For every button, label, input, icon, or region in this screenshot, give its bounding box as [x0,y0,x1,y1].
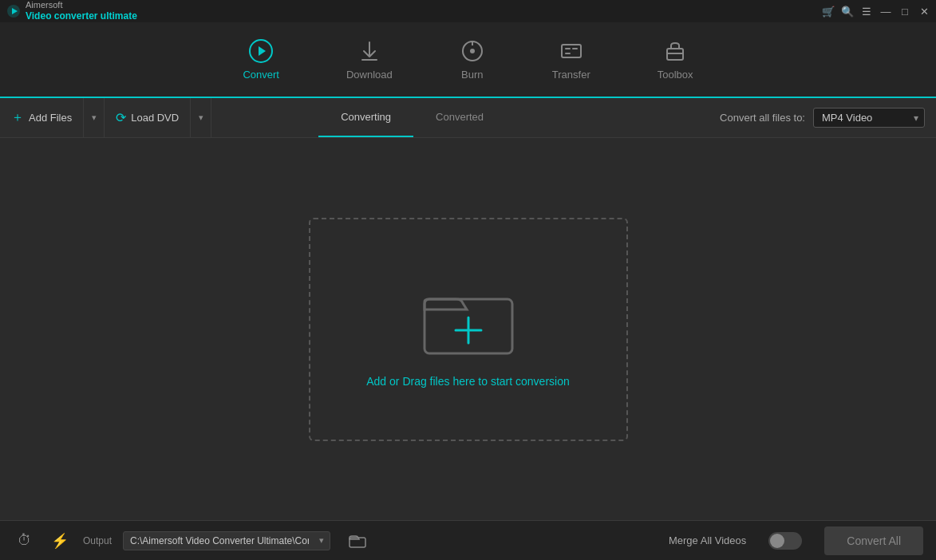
convert-all-button[interactable]: Convert All [824,526,923,555]
cart-icon[interactable]: 🛒 [823,6,834,17]
main-content: Add or Drag files here to start conversi… [0,138,936,520]
toolbar: ＋ Add Files ▾ ⟳ Load DVD ▾ Converting Co… [0,98,936,138]
app-title: Aimersoft Video converter ultimate [26,0,137,22]
output-path-wrap: C:\Aimersoft Video Converter Ultimate\Co… [123,531,330,550]
download-icon [357,38,382,64]
output-label: Output [83,535,112,546]
close-button[interactable]: ✕ [918,6,930,17]
add-icon: ＋ [11,109,24,126]
svg-point-6 [470,49,475,53]
minimize-button[interactable]: — [880,6,891,17]
search-icon[interactable]: 🔍 [842,6,853,17]
merge-toggle[interactable] [768,532,802,550]
add-files-label: Add Files [29,112,72,124]
toggle-slider [768,532,802,550]
nav-download-label: Download [346,69,393,81]
titlebar: Aimersoft Video converter ultimate 🛒 🔍 ☰… [0,0,936,22]
convert-all-area: Convert all files to: MP4 Video AVI Vide… [720,108,925,128]
merge-label: Merge All Videos [669,534,746,546]
drop-text-suffix: to start conversion [475,375,569,388]
convert-all-label: Convert all files to: [720,112,805,124]
nav-convert-label: Convert [243,69,279,81]
toolbox-icon [662,38,688,64]
format-select[interactable]: MP4 Video AVI Video MOV Video MKV Video … [813,108,925,128]
nav-transfer-label: Transfer [552,69,590,81]
nav-burn-label: Burn [461,69,483,81]
folder-icon [417,271,520,359]
load-dvd-button[interactable]: ⟳ Load DVD [105,98,191,137]
app-logo-icon [6,4,21,18]
dvd-icon: ⟳ [116,110,126,125]
boost-icon[interactable]: ⚡ [48,529,72,553]
bottombar: ⏱ ⚡ Output C:\Aimersoft Video Converter … [0,520,936,560]
load-dvd-dropdown[interactable]: ▾ [191,98,211,137]
convert-icon [248,38,274,64]
tab-converting[interactable]: Converting [318,98,413,137]
tab-converted[interactable]: Converted [413,98,506,137]
svg-rect-8 [562,45,581,57]
drop-text-highlight: here [452,375,475,388]
svg-marker-3 [259,46,266,56]
drop-text: Add or Drag files here to start conversi… [366,375,569,388]
burn-icon [460,38,485,64]
browse-folder-button[interactable] [346,530,369,552]
nav-toolbox[interactable]: Toolbox [648,32,703,87]
add-files-dropdown[interactable]: ▾ [84,98,105,137]
history-icon[interactable]: ⏱ [13,529,37,553]
transfer-icon [559,38,584,64]
nav-convert[interactable]: Convert [233,32,289,87]
window-controls: 🛒 🔍 ☰ — □ ✕ [823,6,930,17]
drop-text-prefix: Add or Drag files [366,375,452,388]
add-files-button[interactable]: ＋ Add Files [0,98,84,137]
maximize-button[interactable]: □ [899,6,910,17]
format-select-wrap: MP4 Video AVI Video MOV Video MKV Video … [813,108,925,128]
nav-download[interactable]: Download [337,32,402,87]
load-dvd-label: Load DVD [131,112,179,124]
output-path-select[interactable]: C:\Aimersoft Video Converter Ultimate\Co… [123,531,330,550]
top-navigation: Convert Download Burn [0,22,936,98]
nav-transfer[interactable]: Transfer [543,32,600,87]
nav-burn[interactable]: Burn [450,32,495,87]
menu-icon[interactable]: ☰ [861,6,872,17]
drop-zone[interactable]: Add or Drag files here to start conversi… [309,218,628,441]
nav-toolbox-label: Toolbox [658,69,693,81]
logo-area: Aimersoft Video converter ultimate [6,0,137,22]
